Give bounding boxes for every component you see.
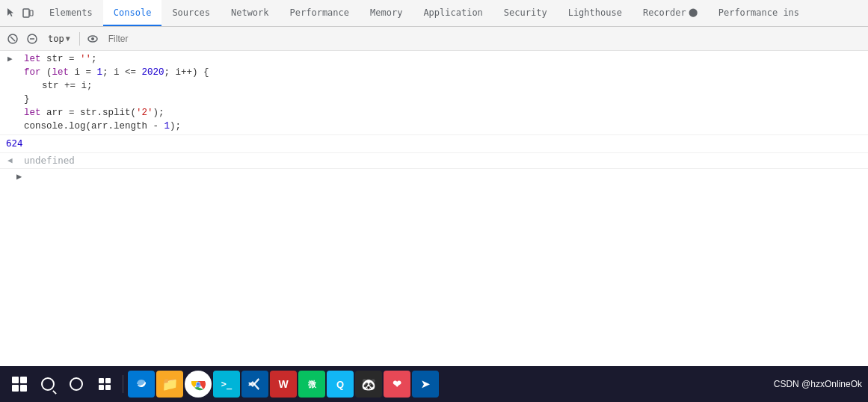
console-toolbar: top ▼ [0, 27, 868, 51]
taskbar-chrome-icon[interactable] [185, 371, 212, 398]
tab-application[interactable]: Application [413, 0, 493, 26]
tab-security[interactable]: Security [493, 0, 558, 26]
code-line-6: console.log(arr.length - 1); [24, 120, 862, 133]
toolbar-separator [79, 32, 80, 46]
taskbar-wechat-icon[interactable]: 微 [298, 371, 325, 398]
stop-icon[interactable] [25, 32, 39, 46]
code-line-3: str += i; [24, 79, 862, 93]
taskbar-music-icon[interactable]: ❤ [384, 371, 410, 398]
inspect-icon[interactable] [4, 6, 18, 19]
windows-icon [12, 377, 27, 392]
svg-rect-1 [30, 10, 33, 16]
devtools-tabs: Elements Console Sources Network Perform… [39, 0, 868, 26]
left-arrow-icon: ◀ [7, 154, 13, 167]
console-output-line: 624 [0, 134, 868, 152]
windows-start-button[interactable] [6, 371, 33, 398]
tab-console[interactable]: Console [103, 0, 162, 26]
recorder-dot-icon: ⬤ [689, 7, 698, 17]
code-line-5: let arr = str.split('2'); [24, 106, 862, 120]
tab-lighthouse[interactable]: Lighthouse [558, 0, 632, 26]
svg-line-3 [10, 37, 15, 41]
tab-network[interactable]: Network [221, 0, 280, 26]
tab-memory[interactable]: Memory [360, 0, 413, 26]
taskbar-right-area: CSDN @hzxOnlineOk [774, 379, 862, 389]
taskbar-vscode-icon[interactable] [241, 371, 268, 398]
taskbar-search-button[interactable] [34, 371, 61, 398]
console-prompt-line[interactable]: ▶ [0, 168, 868, 185]
taskbar-edge-icon[interactable] [128, 371, 155, 398]
devtools-header: Elements Console Sources Network Perform… [0, 0, 868, 27]
taskbar-arrow-icon[interactable]: ➤ [412, 371, 439, 398]
taskbar: 📁 >_ W 微 Q 🐼 ❤ ➤ CSDN @hzxOnlineOk [0, 366, 868, 402]
taskbar-wps-icon[interactable]: W [270, 371, 297, 398]
taskview-icon [99, 378, 111, 390]
context-selector[interactable]: top ▼ [45, 32, 73, 46]
console-filter-input[interactable] [105, 32, 862, 46]
tab-recorder[interactable]: Recorder ⬤ [632, 0, 708, 26]
taskbar-cortana-button[interactable] [63, 371, 90, 398]
code-line-4: } [24, 93, 862, 106]
tab-elements[interactable]: Elements [39, 0, 103, 26]
dropdown-arrow-icon: ▼ [66, 34, 70, 43]
taskbar-terminal-icon[interactable]: >_ [213, 371, 240, 398]
svg-point-11 [197, 383, 200, 386]
taskbar-user-label: CSDN @hzxOnlineOk [774, 379, 862, 389]
taskbar-panda-icon[interactable]: 🐼 [355, 371, 382, 398]
svg-point-7 [91, 37, 94, 40]
taskbar-divider-1 [123, 375, 123, 393]
code-line-1: let str = ''; [24, 52, 862, 66]
search-icon [41, 377, 55, 391]
console-content: ▶ let str = ''; for (let i = 1; i <= 202… [0, 51, 868, 366]
console-undefined-line: ◀ undefined [0, 152, 868, 168]
clear-console-icon[interactable] [6, 32, 19, 46]
cortana-icon [70, 377, 83, 391]
svg-rect-0 [23, 9, 29, 17]
input-arrow-icon: ▶ [7, 52, 13, 66]
devtools-panel-icons [0, 0, 39, 26]
eye-icon[interactable] [86, 32, 99, 46]
taskbar-folder-icon[interactable]: 📁 [156, 371, 183, 398]
tab-performance[interactable]: Performance [280, 0, 360, 26]
tab-sources[interactable]: Sources [161, 0, 221, 26]
console-input-block: ▶ let str = ''; for (let i = 1; i <= 202… [0, 51, 868, 134]
taskbar-taskview-button[interactable] [91, 371, 118, 398]
code-line-2: for (let i = 1; i <= 2020; i++) { [24, 66, 862, 79]
taskbar-qq-icon[interactable]: Q [327, 371, 354, 398]
console-prompt-icon: ▶ [16, 170, 22, 184]
tab-performance-ins[interactable]: Performance ins [708, 0, 810, 26]
device-toolbar-icon[interactable] [21, 6, 34, 19]
